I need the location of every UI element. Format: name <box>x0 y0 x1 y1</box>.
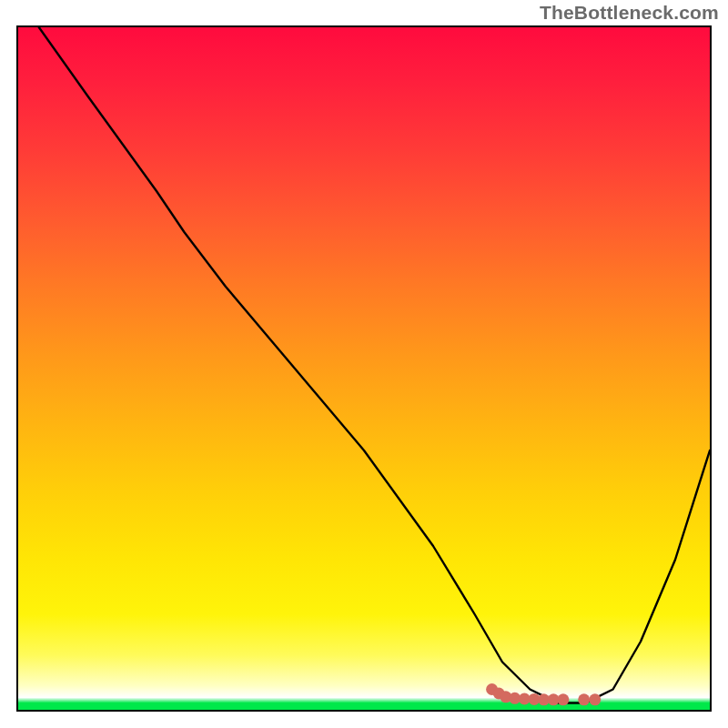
valley-marker-dot <box>557 693 569 705</box>
plot-overlay-svg <box>18 27 710 710</box>
bottleneck-curve <box>39 27 710 703</box>
watermark-text: TheBottleneck.com <box>540 2 719 24</box>
plot-area <box>16 25 712 712</box>
valley-marker-dot <box>589 693 601 705</box>
valley-marker-dot <box>578 693 590 705</box>
chart-container: TheBottleneck.com <box>0 0 728 728</box>
valley-marker-cluster <box>486 683 601 705</box>
